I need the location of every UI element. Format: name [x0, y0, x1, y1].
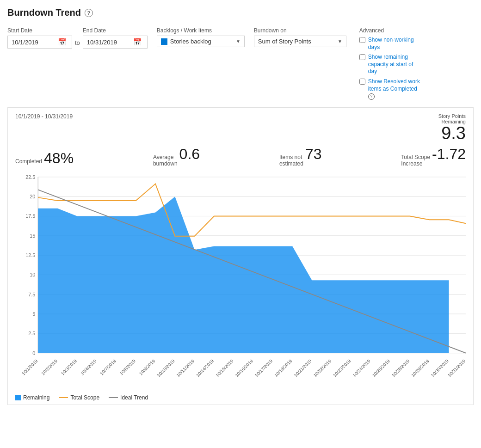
stat-total-scope: Total ScopeIncrease -1.72	[401, 146, 466, 167]
stat-items-value: 73	[305, 146, 322, 163]
svg-text:10/31/2019: 10/31/2019	[447, 358, 466, 378]
burndown-chart: 22.5 20 17.5 15 12.5 10 7.5 5 2.5 0	[15, 172, 466, 391]
stat-burndown-value: 0.6	[179, 146, 200, 163]
svg-text:10/21/2019: 10/21/2019	[293, 358, 313, 378]
stats-row: Completed 48% Averageburndown 0.6 Items …	[15, 146, 466, 167]
stat-completed-label: Completed	[15, 158, 42, 165]
svg-text:10/30/2019: 10/30/2019	[430, 358, 450, 378]
to-label: to	[75, 39, 80, 46]
stat-items-not-estimated: Items notestimated 73	[279, 146, 322, 167]
svg-text:10/24/2019: 10/24/2019	[352, 358, 371, 378]
stat-completed-value: 48%	[44, 150, 74, 167]
end-date-label: End Date	[83, 27, 148, 34]
show-remaining-capacity-label[interactable]: Show remaining capacity at start of day	[368, 54, 424, 75]
svg-text:10/3/2019: 10/3/2019	[60, 358, 78, 376]
svg-text:10/25/2019: 10/25/2019	[371, 358, 391, 378]
resolved-info-icon[interactable]: ?	[368, 93, 375, 100]
start-date-calendar-icon[interactable]: 📅	[58, 38, 67, 46]
show-nonworking-checkbox[interactable]	[359, 37, 365, 43]
backlogs-label: Backlogs / Work Items	[157, 27, 245, 34]
svg-text:15: 15	[30, 233, 35, 239]
svg-text:22.5: 22.5	[25, 174, 35, 180]
chart-area: 22.5 20 17.5 15 12.5 10 7.5 5 2.5 0	[15, 172, 466, 391]
svg-text:10/2/2019: 10/2/2019	[40, 358, 58, 376]
checkbox-row-2: Show remaining capacity at start of day	[359, 54, 424, 75]
legend-remaining: Remaining	[15, 394, 49, 401]
story-points-remaining: Story PointsRemaining 9.3	[438, 113, 466, 142]
svg-text:10/29/2019: 10/29/2019	[410, 358, 430, 378]
backlogs-dropdown[interactable]: Stories backlog ▼	[157, 36, 245, 47]
stat-burndown: Averageburndown 0.6	[153, 146, 200, 167]
burndown-dropdown[interactable]: Sum of Story Points ▼	[254, 36, 346, 47]
checkbox-row-3: Show Resolved work items as Completed ?	[359, 78, 424, 100]
svg-text:10/9/2019: 10/9/2019	[138, 358, 156, 376]
burndown-chevron-icon: ▼	[338, 39, 342, 44]
stat-items-label: Items notestimated	[279, 154, 303, 167]
checkbox-row-1: Show non-working days	[359, 37, 424, 51]
stat-completed: Completed 48%	[15, 150, 74, 167]
page-title: Burndown Trend ?	[7, 7, 474, 18]
backlogs-value: Stories backlog	[170, 38, 233, 45]
start-date-input[interactable]	[12, 39, 58, 46]
svg-text:12.5: 12.5	[25, 252, 35, 258]
start-date-group: Start Date 📅	[7, 27, 72, 49]
show-resolved-label[interactable]: Show Resolved work items as Completed ?	[368, 78, 424, 100]
svg-text:10/28/2019: 10/28/2019	[391, 358, 411, 378]
show-remaining-capacity-checkbox[interactable]	[359, 54, 365, 60]
date-range-group: Start Date 📅 to End Date 📅	[7, 27, 148, 49]
remaining-legend-label: Remaining	[23, 394, 49, 401]
stat-scope-label: Total ScopeIncrease	[401, 154, 430, 167]
backlogs-chevron-icon: ▼	[236, 39, 240, 44]
svg-text:10/14/2019: 10/14/2019	[195, 358, 215, 378]
backlogs-group: Backlogs / Work Items Stories backlog ▼	[157, 27, 245, 47]
backlog-icon	[161, 38, 167, 45]
start-date-label: Start Date	[7, 27, 72, 34]
chart-header: 10/1/2019 - 10/31/2019 Story PointsRemai…	[15, 113, 466, 142]
burndown-group: Burndown on Sum of Story Points ▼	[254, 27, 346, 47]
svg-text:10/4/2019: 10/4/2019	[80, 358, 98, 376]
burndown-label: Burndown on	[254, 27, 346, 34]
chart-legend: Remaining Total Scope Ideal Trend	[15, 394, 466, 401]
svg-text:10/23/2019: 10/23/2019	[332, 358, 352, 378]
svg-text:17.5: 17.5	[25, 213, 35, 219]
start-date-input-wrapper[interactable]: 📅	[7, 36, 72, 49]
chart-date-range: 10/1/2019 - 10/31/2019	[15, 113, 73, 120]
svg-text:10/18/2019: 10/18/2019	[273, 358, 293, 378]
svg-text:5: 5	[32, 311, 35, 317]
title-text: Burndown Trend	[7, 7, 81, 18]
burndown-value: Sum of Story Points	[258, 38, 335, 45]
stat-burndown-label: Averageburndown	[153, 154, 178, 167]
svg-text:10/16/2019: 10/16/2019	[234, 358, 254, 378]
story-points-value: 9.3	[441, 124, 466, 142]
svg-text:7.5: 7.5	[28, 292, 35, 297]
total-scope-legend-label: Total Scope	[70, 394, 99, 401]
ideal-trend-legend-line	[109, 397, 118, 398]
svg-text:10/8/2019: 10/8/2019	[118, 358, 136, 376]
svg-text:10/15/2019: 10/15/2019	[215, 358, 234, 378]
svg-text:10/11/2019: 10/11/2019	[175, 358, 195, 378]
ideal-trend-legend-label: Ideal Trend	[120, 394, 148, 401]
svg-text:10: 10	[30, 272, 35, 277]
remaining-legend-square	[15, 395, 21, 400]
svg-text:20: 20	[30, 194, 35, 199]
info-icon[interactable]: ?	[85, 9, 93, 17]
end-date-group: End Date 📅	[83, 27, 148, 49]
advanced-label: Advanced	[359, 27, 424, 34]
show-nonworking-label[interactable]: Show non-working days	[368, 37, 424, 51]
end-date-input-wrapper[interactable]: 📅	[83, 36, 148, 49]
legend-ideal-trend: Ideal Trend	[109, 394, 148, 401]
show-resolved-checkbox[interactable]	[359, 79, 365, 85]
advanced-group: Advanced Show non-working days Show rema…	[359, 27, 424, 100]
svg-text:0: 0	[32, 350, 35, 356]
story-points-label: Story PointsRemaining	[438, 113, 466, 124]
svg-text:10/7/2019: 10/7/2019	[99, 358, 117, 376]
legend-total-scope: Total Scope	[59, 394, 99, 401]
total-scope-legend-line	[59, 397, 68, 398]
end-date-input[interactable]	[87, 39, 133, 46]
svg-text:10/22/2019: 10/22/2019	[313, 358, 333, 378]
svg-text:10/1/2019: 10/1/2019	[21, 358, 39, 376]
svg-text:2.5: 2.5	[28, 331, 35, 336]
svg-text:10/17/2019: 10/17/2019	[254, 358, 274, 378]
controls-row: Start Date 📅 to End Date 📅 Backlogs / Wo…	[7, 27, 474, 100]
end-date-calendar-icon[interactable]: 📅	[133, 38, 142, 46]
